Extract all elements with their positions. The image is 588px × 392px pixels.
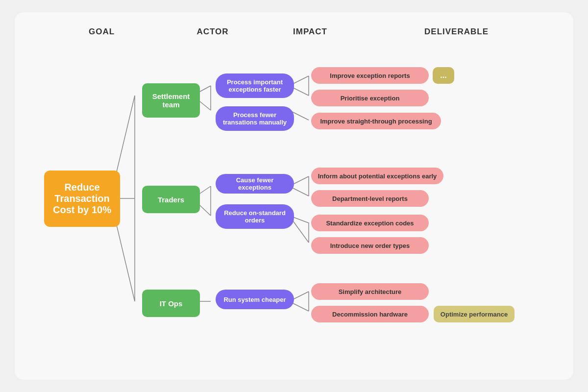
extra-dots-del1: ... [433, 67, 454, 84]
impact-imp3: Cause fewer exceptions [216, 174, 294, 194]
header-actor: ACTOR [196, 27, 228, 36]
impact-imp3-label: Cause fewer exceptions [222, 176, 287, 191]
deliverable-del3-label: Improve straight-through processing [320, 118, 432, 125]
impact-imp1: Process important exceptions faster [216, 74, 294, 98]
deliverable-del4-label: Inform about potential exceptions early [318, 172, 437, 180]
extra-dots-label: ... [440, 71, 446, 80]
deliverable-del5: Department-level reports [311, 190, 429, 207]
deliverable-del3: Improve straight-through processing [311, 113, 441, 129]
deliverable-del5-label: Department-level reports [332, 195, 408, 202]
deliverable-del1: Improve exception reports [311, 67, 429, 84]
deliverable-del7-label: Introduce new order types [330, 242, 410, 249]
header-impact: IMPACT [293, 27, 327, 36]
impact-imp5: Run system cheaper [216, 290, 294, 309]
header-goal: GOAL [89, 27, 115, 36]
diagram-area: Reduce Transaction Cost by 10% Settlemen… [34, 47, 554, 350]
goal-box: Reduce Transaction Cost by 10% [44, 171, 120, 227]
diagram-container: GOAL ACTOR IMPACT DELIVERABLE [15, 12, 573, 380]
impact-imp2: Process fewer transations manually [216, 106, 294, 131]
impact-imp1-label: Process important exceptions faster [222, 78, 287, 93]
actor-settlement: Settlement team [142, 83, 200, 118]
deliverable-del8: Simplify architecture [311, 283, 429, 300]
impact-imp2-label: Process fewer transations manually [222, 111, 287, 126]
header-deliverable: DELIVERABLE [424, 27, 489, 36]
deliverable-del2-label: Prioritise exception [341, 95, 400, 102]
deliverable-del4: Inform about potential exceptions early [311, 168, 443, 184]
actor-itops: IT Ops [142, 290, 200, 317]
actor-traders: Traders [142, 186, 200, 213]
extra-tan-del9: Optimize performance [434, 306, 514, 322]
deliverable-del2: Prioritise exception [311, 90, 429, 106]
deliverable-del6-label: Standardize exception codes [326, 220, 414, 227]
goal-label: Reduce Transaction Cost by 10% [49, 182, 115, 216]
deliverable-del9: Decommission hardware [311, 306, 429, 322]
deliverable-del6: Standardize exception codes [311, 215, 429, 231]
impact-imp4: Reduce on-standard orders [216, 204, 294, 229]
impact-imp4-label: Reduce on-standard orders [222, 209, 287, 224]
actor-traders-label: Traders [158, 196, 184, 204]
extra-tan-label: Optimize performance [441, 311, 508, 318]
deliverable-del1-label: Improve exception reports [330, 72, 410, 79]
actor-itops-label: IT Ops [160, 299, 183, 308]
header-row: GOAL ACTOR IMPACT DELIVERABLE [34, 27, 554, 37]
impact-imp5-label: Run system cheaper [223, 296, 286, 303]
deliverable-del9-label: Decommission hardware [332, 311, 408, 318]
deliverable-del7: Introduce new order types [311, 237, 429, 254]
deliverable-del8-label: Simplify architecture [339, 288, 402, 295]
actor-settlement-label: Settlement team [147, 92, 195, 109]
